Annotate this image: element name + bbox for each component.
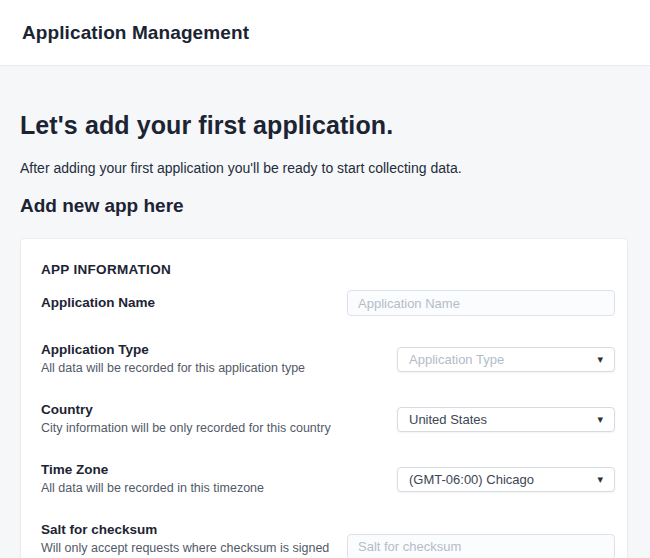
form-row-application-name: Application Name xyxy=(41,290,615,316)
form-row-country: Country City information will be only re… xyxy=(41,402,615,436)
application-name-input[interactable] xyxy=(347,290,615,316)
chevron-down-icon: ▾ xyxy=(597,414,603,425)
form-row-time-zone: Time Zone All data will be recorded in t… xyxy=(41,462,615,496)
chevron-down-icon: ▾ xyxy=(597,354,603,365)
field-info: Application Type All data will be record… xyxy=(41,342,305,376)
country-description: City information will be only recorded f… xyxy=(41,421,331,436)
application-type-label: Application Type xyxy=(41,342,305,358)
field-info: Time Zone All data will be recorded in t… xyxy=(41,462,264,496)
application-type-select-value: Application Type xyxy=(409,352,504,367)
time-zone-select-value: (GMT-06:00) Chicago xyxy=(409,472,534,487)
form-row-application-type: Application Type All data will be record… xyxy=(41,342,615,376)
salt-for-checksum-description: Will only accept requests where checksum… xyxy=(41,541,346,558)
application-type-description: All data will be recorded for this appli… xyxy=(41,361,305,376)
page-title: Application Management xyxy=(22,22,249,44)
application-type-select[interactable]: Application Type ▾ xyxy=(397,347,615,372)
field-info: Application Name xyxy=(41,295,155,311)
add-new-app-title: Add new app here xyxy=(20,194,630,218)
intro-subheading: After adding your first application you'… xyxy=(20,158,630,178)
time-zone-description: All data will be recorded in this timezo… xyxy=(41,481,264,496)
country-select-value: United States xyxy=(409,412,487,427)
time-zone-select[interactable]: (GMT-06:00) Chicago ▾ xyxy=(397,467,615,492)
time-zone-label: Time Zone xyxy=(41,462,264,478)
salt-for-checksum-input[interactable] xyxy=(347,534,615,558)
country-label: Country xyxy=(41,402,331,418)
main-content: Let's add your first application. After … xyxy=(0,110,650,558)
app-information-card: APP INFORMATION Application Name Applica… xyxy=(20,238,628,558)
intro-heading: Let's add your first application. xyxy=(20,110,630,140)
country-select[interactable]: United States ▾ xyxy=(397,407,615,432)
page-header: Application Management xyxy=(0,0,650,66)
chevron-down-icon: ▾ xyxy=(597,474,603,485)
application-name-label: Application Name xyxy=(41,295,155,311)
application-management-page: Application Management Let's add your fi… xyxy=(0,0,650,558)
form-row-salt-for-checksum: Salt for checksum Will only accept reque… xyxy=(41,522,615,558)
field-info: Salt for checksum Will only accept reque… xyxy=(41,522,346,558)
app-information-section-header: APP INFORMATION xyxy=(41,262,615,277)
field-info: Country City information will be only re… xyxy=(41,402,331,436)
salt-for-checksum-label: Salt for checksum xyxy=(41,522,346,538)
